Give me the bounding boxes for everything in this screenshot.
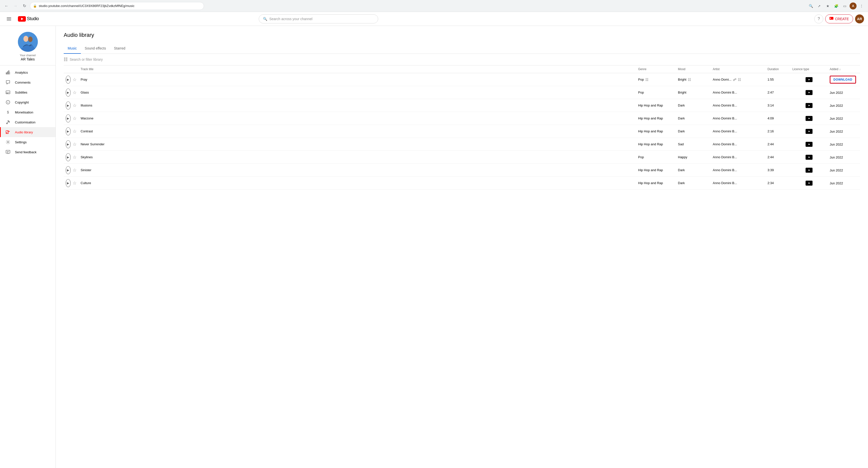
svg-rect-2 [7,20,11,21]
browser-bookmark-button[interactable]: ★ [824,2,831,9]
yt-badge [806,77,812,82]
browser-menu-button[interactable]: ⋮ [858,2,865,9]
browser-extensions-button[interactable]: 🧩 [833,2,840,9]
star-button[interactable]: ☆ [73,89,76,96]
license-cell [790,90,828,95]
star-button[interactable]: ☆ [73,76,76,83]
star-button[interactable]: ☆ [73,180,76,187]
added-date: Jun 2022 [830,143,843,146]
star-button[interactable]: ☆ [73,102,76,109]
play-button[interactable]: ▶ [66,153,71,161]
col-track-title: Track title [79,67,636,71]
star-button[interactable]: ☆ [73,141,76,148]
artist-menu-icon[interactable]: ☷ [738,77,741,82]
user-initials: AR [857,17,862,21]
filter-input[interactable] [70,58,860,61]
mood-filter-icon[interactable]: ☷ [688,77,691,82]
mood-text: Dark [678,117,685,120]
table-rows-container: ▶ ☆ Pray Pop ☷ Bright ☷ Anno Domi... ☍ ☷… [64,73,860,190]
artist-name: Anno Domini B... [713,168,737,172]
genre-filter-icon[interactable]: ☷ [645,77,649,82]
genre-text: Hip Hop and Rap [638,117,663,120]
duration-cell: 2:44 [766,155,790,159]
yt-badge [806,168,812,173]
browser-profile[interactable]: A [849,2,857,9]
filter-icon[interactable]: ☷ [64,57,68,62]
mood-cell: Bright ☷ [676,77,711,82]
genre-text: Hip Hop and Rap [638,142,663,146]
logo[interactable]: Studio [18,16,39,22]
tab-starred[interactable]: Starred [110,43,129,54]
play-button[interactable]: ▶ [66,140,71,148]
star-button[interactable]: ☆ [73,167,76,174]
header: Studio 🔍 Search across your channel ? CR… [0,12,868,26]
yt-badge [806,181,812,186]
track-title: Skylines [79,155,636,159]
artist-cell: Anno Domini B... [711,91,766,94]
duration-cell: 3:14 [766,103,790,107]
svg-text:C: C [7,101,9,104]
added-cell: Jun 2022 [828,168,860,172]
col-added[interactable]: Added ↓ [828,67,860,71]
play-button[interactable]: ▶ [66,127,71,135]
tab-sound-effects[interactable]: Sound effects [81,43,110,54]
svg-marker-30 [809,79,810,81]
sidebar-item-analytics[interactable]: Analytics [0,67,56,77]
download-button[interactable]: DOWNLOAD [830,75,856,84]
play-button[interactable]: ▶ [66,179,71,187]
sidebar-item-monetisation[interactable]: $ Monetisation [0,107,56,117]
svg-point-29 [8,153,8,154]
create-button[interactable]: CREATE [825,14,853,23]
yt-badge [806,142,812,147]
license-cell [790,129,828,134]
play-button[interactable]: ▶ [66,89,71,97]
sidebar-item-settings[interactable]: Settings [0,137,56,147]
play-button[interactable]: ▶ [66,115,71,122]
hamburger-button[interactable] [4,14,14,24]
col-genre: Genre [636,67,676,71]
yt-badge-icon [807,156,811,158]
artist-link-icon[interactable]: ☍ [733,77,736,82]
sidebar-item-copyright[interactable]: C Copyright [0,97,56,107]
added-cell: Jun 2022 [828,117,860,120]
artist-cell: Anno Domini B... [711,103,766,107]
svg-marker-36 [809,156,810,158]
license-cell [790,168,828,173]
browser-forward-button[interactable]: → [12,2,19,9]
star-button[interactable]: ☆ [73,154,76,161]
sidebar-item-comments[interactable]: Comments [0,77,56,87]
tab-music[interactable]: Music [64,43,81,54]
browser-reload-button[interactable]: ↻ [21,2,28,9]
sidebar-item-send-feedback[interactable]: Send feedback [0,147,56,157]
star-button[interactable]: ☆ [73,115,76,122]
play-button[interactable]: ▶ [66,101,71,110]
genre-text: Hip Hop and Rap [638,103,663,107]
help-button[interactable]: ? [814,14,823,23]
sidebar-item-audio-library[interactable]: Audio library [0,127,56,137]
sidebar-item-customisation[interactable]: Customisation [0,117,56,127]
sidebar-item-subtitles[interactable]: Subtitles [0,87,56,97]
address-bar[interactable]: 🔒 studio.youtube.com/channel/UC3X9X86RF2… [30,2,204,10]
mood-cell: Dark [676,168,711,172]
browser-actions: 🔍 ➚ ★ 🧩 ▭ A ⋮ [807,2,865,9]
svg-rect-1 [7,19,11,19]
table-row: ▶ ☆ Contrast Hip Hop and Rap Dark Anno D… [64,125,860,138]
track-controls: ▶ ☆ [64,140,79,148]
added-cell: DOWNLOAD [828,75,860,84]
track-controls: ▶ ☆ [64,89,79,97]
user-avatar[interactable]: AR [855,14,864,23]
col-duration: Duration [766,67,790,71]
browser-share-button[interactable]: ➚ [816,2,823,9]
added-date: Jun 2022 [830,181,843,185]
play-button[interactable]: ▶ [66,75,71,84]
svg-point-10 [23,36,28,42]
channel-avatar[interactable] [18,32,38,52]
added-date: Jun 2022 [830,104,843,107]
play-button[interactable]: ▶ [66,166,71,174]
browser-back-button[interactable]: ← [3,2,10,9]
search-bar[interactable]: 🔍 Search across your channel [259,14,378,23]
star-button[interactable]: ☆ [73,128,76,135]
browser-zoom-button[interactable]: 🔍 [807,2,814,9]
content-area: Audio library Music Sound effects Starre… [56,26,868,195]
browser-split-button[interactable]: ▭ [841,2,848,9]
